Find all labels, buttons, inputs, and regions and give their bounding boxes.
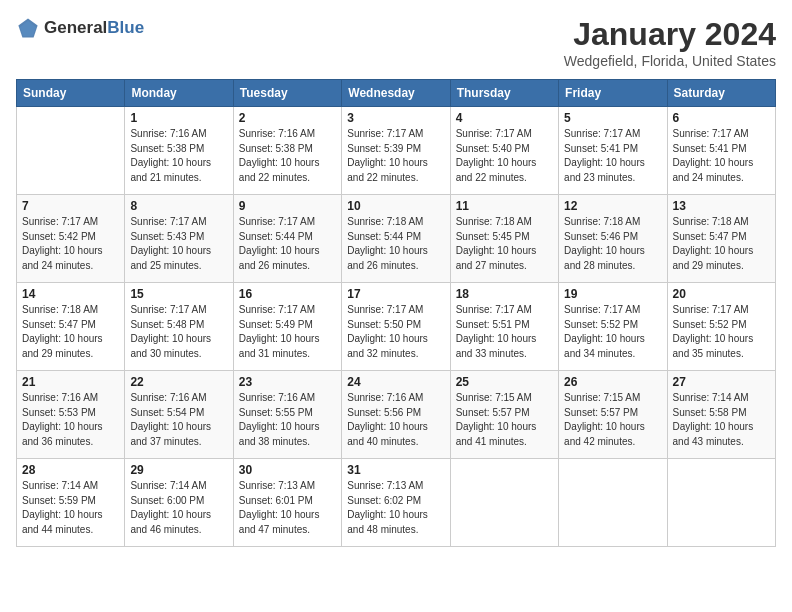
day-number: 13	[673, 199, 770, 213]
calendar-cell: 14Sunrise: 7:18 AMSunset: 5:47 PMDayligh…	[17, 283, 125, 371]
day-info: Sunrise: 7:16 AMSunset: 5:53 PMDaylight:…	[22, 391, 119, 449]
day-info: Sunrise: 7:18 AMSunset: 5:47 PMDaylight:…	[673, 215, 770, 273]
day-info: Sunrise: 7:17 AMSunset: 5:48 PMDaylight:…	[130, 303, 227, 361]
day-info: Sunrise: 7:17 AMSunset: 5:50 PMDaylight:…	[347, 303, 444, 361]
day-number: 12	[564, 199, 661, 213]
day-info: Sunrise: 7:14 AMSunset: 6:00 PMDaylight:…	[130, 479, 227, 537]
calendar-cell: 15Sunrise: 7:17 AMSunset: 5:48 PMDayligh…	[125, 283, 233, 371]
calendar-cell: 26Sunrise: 7:15 AMSunset: 5:57 PMDayligh…	[559, 371, 667, 459]
calendar-cell: 13Sunrise: 7:18 AMSunset: 5:47 PMDayligh…	[667, 195, 775, 283]
calendar-cell: 24Sunrise: 7:16 AMSunset: 5:56 PMDayligh…	[342, 371, 450, 459]
calendar-cell: 11Sunrise: 7:18 AMSunset: 5:45 PMDayligh…	[450, 195, 558, 283]
day-number: 7	[22, 199, 119, 213]
title-area: January 2024 Wedgefield, Florida, United…	[564, 16, 776, 69]
day-info: Sunrise: 7:17 AMSunset: 5:40 PMDaylight:…	[456, 127, 553, 185]
calendar-cell: 31Sunrise: 7:13 AMSunset: 6:02 PMDayligh…	[342, 459, 450, 547]
week-row-5: 28Sunrise: 7:14 AMSunset: 5:59 PMDayligh…	[17, 459, 776, 547]
calendar-cell: 23Sunrise: 7:16 AMSunset: 5:55 PMDayligh…	[233, 371, 341, 459]
day-info: Sunrise: 7:18 AMSunset: 5:45 PMDaylight:…	[456, 215, 553, 273]
day-info: Sunrise: 7:13 AMSunset: 6:01 PMDaylight:…	[239, 479, 336, 537]
day-info: Sunrise: 7:18 AMSunset: 5:44 PMDaylight:…	[347, 215, 444, 273]
weekday-header-sunday: Sunday	[17, 80, 125, 107]
week-row-3: 14Sunrise: 7:18 AMSunset: 5:47 PMDayligh…	[17, 283, 776, 371]
weekday-header-saturday: Saturday	[667, 80, 775, 107]
weekday-header-friday: Friday	[559, 80, 667, 107]
calendar-cell: 4Sunrise: 7:17 AMSunset: 5:40 PMDaylight…	[450, 107, 558, 195]
day-info: Sunrise: 7:16 AMSunset: 5:38 PMDaylight:…	[239, 127, 336, 185]
day-number: 15	[130, 287, 227, 301]
day-number: 9	[239, 199, 336, 213]
calendar-cell: 21Sunrise: 7:16 AMSunset: 5:53 PMDayligh…	[17, 371, 125, 459]
weekday-header-thursday: Thursday	[450, 80, 558, 107]
day-number: 8	[130, 199, 227, 213]
calendar-cell: 29Sunrise: 7:14 AMSunset: 6:00 PMDayligh…	[125, 459, 233, 547]
day-info: Sunrise: 7:17 AMSunset: 5:39 PMDaylight:…	[347, 127, 444, 185]
calendar-cell: 3Sunrise: 7:17 AMSunset: 5:39 PMDaylight…	[342, 107, 450, 195]
day-info: Sunrise: 7:17 AMSunset: 5:51 PMDaylight:…	[456, 303, 553, 361]
day-number: 28	[22, 463, 119, 477]
day-number: 17	[347, 287, 444, 301]
day-number: 16	[239, 287, 336, 301]
day-info: Sunrise: 7:17 AMSunset: 5:52 PMDaylight:…	[673, 303, 770, 361]
day-info: Sunrise: 7:18 AMSunset: 5:46 PMDaylight:…	[564, 215, 661, 273]
day-number: 25	[456, 375, 553, 389]
day-info: Sunrise: 7:16 AMSunset: 5:55 PMDaylight:…	[239, 391, 336, 449]
day-number: 30	[239, 463, 336, 477]
calendar-cell: 5Sunrise: 7:17 AMSunset: 5:41 PMDaylight…	[559, 107, 667, 195]
calendar-cell: 2Sunrise: 7:16 AMSunset: 5:38 PMDaylight…	[233, 107, 341, 195]
day-info: Sunrise: 7:17 AMSunset: 5:43 PMDaylight:…	[130, 215, 227, 273]
weekday-header-row: SundayMondayTuesdayWednesdayThursdayFrid…	[17, 80, 776, 107]
calendar-cell	[667, 459, 775, 547]
day-info: Sunrise: 7:18 AMSunset: 5:47 PMDaylight:…	[22, 303, 119, 361]
day-number: 14	[22, 287, 119, 301]
day-info: Sunrise: 7:14 AMSunset: 5:58 PMDaylight:…	[673, 391, 770, 449]
day-info: Sunrise: 7:17 AMSunset: 5:41 PMDaylight:…	[564, 127, 661, 185]
calendar-cell	[559, 459, 667, 547]
calendar-table: SundayMondayTuesdayWednesdayThursdayFrid…	[16, 79, 776, 547]
weekday-header-tuesday: Tuesday	[233, 80, 341, 107]
day-number: 23	[239, 375, 336, 389]
calendar-cell: 27Sunrise: 7:14 AMSunset: 5:58 PMDayligh…	[667, 371, 775, 459]
day-info: Sunrise: 7:16 AMSunset: 5:54 PMDaylight:…	[130, 391, 227, 449]
location-title: Wedgefield, Florida, United States	[564, 53, 776, 69]
week-row-4: 21Sunrise: 7:16 AMSunset: 5:53 PMDayligh…	[17, 371, 776, 459]
calendar-cell: 28Sunrise: 7:14 AMSunset: 5:59 PMDayligh…	[17, 459, 125, 547]
calendar-cell: 10Sunrise: 7:18 AMSunset: 5:44 PMDayligh…	[342, 195, 450, 283]
day-info: Sunrise: 7:15 AMSunset: 5:57 PMDaylight:…	[564, 391, 661, 449]
day-info: Sunrise: 7:17 AMSunset: 5:42 PMDaylight:…	[22, 215, 119, 273]
day-number: 19	[564, 287, 661, 301]
calendar-cell: 9Sunrise: 7:17 AMSunset: 5:44 PMDaylight…	[233, 195, 341, 283]
calendar-cell: 22Sunrise: 7:16 AMSunset: 5:54 PMDayligh…	[125, 371, 233, 459]
calendar-cell: 1Sunrise: 7:16 AMSunset: 5:38 PMDaylight…	[125, 107, 233, 195]
day-number: 24	[347, 375, 444, 389]
day-number: 22	[130, 375, 227, 389]
calendar-cell: 19Sunrise: 7:17 AMSunset: 5:52 PMDayligh…	[559, 283, 667, 371]
calendar-cell: 16Sunrise: 7:17 AMSunset: 5:49 PMDayligh…	[233, 283, 341, 371]
calendar-cell: 8Sunrise: 7:17 AMSunset: 5:43 PMDaylight…	[125, 195, 233, 283]
calendar-cell: 30Sunrise: 7:13 AMSunset: 6:01 PMDayligh…	[233, 459, 341, 547]
week-row-2: 7Sunrise: 7:17 AMSunset: 5:42 PMDaylight…	[17, 195, 776, 283]
day-number: 2	[239, 111, 336, 125]
day-number: 20	[673, 287, 770, 301]
day-info: Sunrise: 7:16 AMSunset: 5:38 PMDaylight:…	[130, 127, 227, 185]
day-info: Sunrise: 7:15 AMSunset: 5:57 PMDaylight:…	[456, 391, 553, 449]
calendar-cell: 25Sunrise: 7:15 AMSunset: 5:57 PMDayligh…	[450, 371, 558, 459]
calendar-cell: 7Sunrise: 7:17 AMSunset: 5:42 PMDaylight…	[17, 195, 125, 283]
day-info: Sunrise: 7:17 AMSunset: 5:49 PMDaylight:…	[239, 303, 336, 361]
day-info: Sunrise: 7:17 AMSunset: 5:44 PMDaylight:…	[239, 215, 336, 273]
day-number: 11	[456, 199, 553, 213]
day-info: Sunrise: 7:14 AMSunset: 5:59 PMDaylight:…	[22, 479, 119, 537]
logo: GeneralBlue	[16, 16, 144, 40]
day-number: 26	[564, 375, 661, 389]
day-info: Sunrise: 7:16 AMSunset: 5:56 PMDaylight:…	[347, 391, 444, 449]
logo-icon	[16, 16, 40, 40]
day-number: 18	[456, 287, 553, 301]
weekday-header-wednesday: Wednesday	[342, 80, 450, 107]
day-number: 1	[130, 111, 227, 125]
day-info: Sunrise: 7:17 AMSunset: 5:41 PMDaylight:…	[673, 127, 770, 185]
day-number: 31	[347, 463, 444, 477]
day-number: 5	[564, 111, 661, 125]
calendar-cell: 12Sunrise: 7:18 AMSunset: 5:46 PMDayligh…	[559, 195, 667, 283]
calendar-cell	[450, 459, 558, 547]
day-number: 10	[347, 199, 444, 213]
